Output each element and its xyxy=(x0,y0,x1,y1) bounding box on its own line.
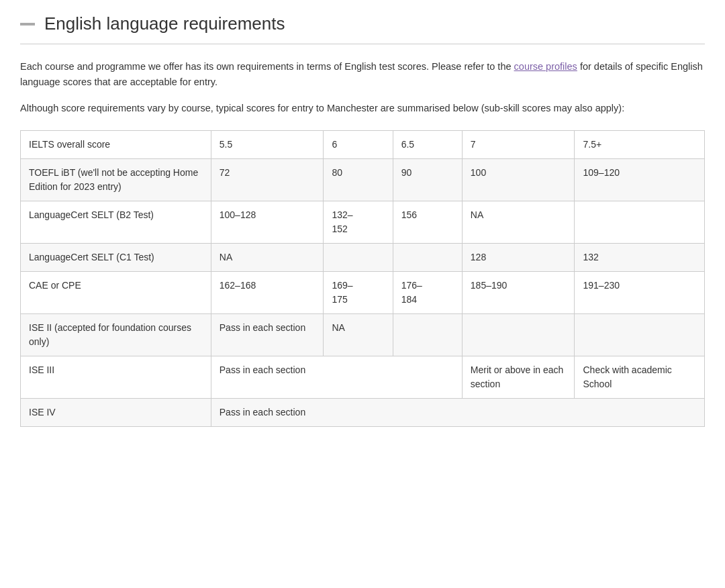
table-cell: NA xyxy=(462,201,575,243)
table-cell: 128 xyxy=(462,243,575,271)
table-cell: 185–190 xyxy=(462,271,575,313)
table-row: LanguageCert SELT (B2 Test) 100–128 132–… xyxy=(21,201,705,243)
page-header: English language requirements xyxy=(20,13,705,44)
table-cell: 90 xyxy=(393,158,462,201)
table-cell-label: ISE IV xyxy=(21,398,211,426)
table-cell: Pass in each section xyxy=(211,313,324,356)
intro-paragraph-2: Although score requirements vary by cour… xyxy=(20,101,705,116)
table-cell: 176–184 xyxy=(393,271,462,313)
table-cell: Pass in each section xyxy=(211,398,704,426)
table-cell xyxy=(462,313,575,356)
table-row: ISE IV Pass in each section xyxy=(21,398,705,426)
table-cell: 132 xyxy=(575,243,705,271)
table-cell: NA xyxy=(211,243,324,271)
table-cell: 7 xyxy=(462,130,575,158)
table-cell-label: ISE II (accepted for foundation courses … xyxy=(21,313,211,356)
table-cell: 7.5+ xyxy=(575,130,705,158)
table-cell: 109–120 xyxy=(575,158,705,201)
table-cell xyxy=(393,243,462,271)
dash-icon xyxy=(20,23,35,26)
table-cell xyxy=(575,313,705,356)
table-row: ISE II (accepted for foundation courses … xyxy=(21,313,705,356)
table-cell xyxy=(575,201,705,243)
table-cell: 72 xyxy=(211,158,324,201)
course-profiles-link[interactable]: course profiles xyxy=(514,61,577,72)
table-row: CAE or CPE 162–168 169–175 176–184 185–1… xyxy=(21,271,705,313)
intro-text-part1: Each course and programme we offer has i… xyxy=(20,61,514,72)
table-cell: 100 xyxy=(462,158,575,201)
table-cell xyxy=(393,313,462,356)
table-cell: 6 xyxy=(324,130,393,158)
table-cell xyxy=(324,243,393,271)
table-row: TOEFL iBT (we'll not be accepting Home E… xyxy=(21,158,705,201)
table-cell: 80 xyxy=(324,158,393,201)
requirements-table: IELTS overall score 5.5 6 6.5 7 7.5+ TOE… xyxy=(20,130,705,427)
table-cell: 6.5 xyxy=(393,130,462,158)
table-cell: NA xyxy=(324,313,393,356)
table-cell: 156 xyxy=(393,201,462,243)
table-cell: 100–128 xyxy=(211,201,324,243)
table-row: IELTS overall score 5.5 6 6.5 7 7.5+ xyxy=(21,130,705,158)
table-cell: 191–230 xyxy=(575,271,705,313)
table-row: ISE III Pass in each section Merit or ab… xyxy=(21,356,705,398)
intro-paragraph-1: Each course and programme we offer has i… xyxy=(20,59,705,90)
table-cell-label: LanguageCert SELT (B2 Test) xyxy=(21,201,211,243)
table-cell: Merit or above in each section xyxy=(462,356,575,398)
table-cell-label: ISE III xyxy=(21,356,211,398)
page-title: English language requirements xyxy=(44,13,285,34)
table-cell: 5.5 xyxy=(211,130,324,158)
table-row: LanguageCert SELT (C1 Test) NA 128 132 xyxy=(21,243,705,271)
table-cell-label: IELTS overall score xyxy=(21,130,211,158)
table-cell: Pass in each section xyxy=(211,356,462,398)
table-cell: 132–152 xyxy=(324,201,393,243)
table-cell: 162–168 xyxy=(211,271,324,313)
table-cell: 169–175 xyxy=(324,271,393,313)
table-cell-label: CAE or CPE xyxy=(21,271,211,313)
table-cell-label: TOEFL iBT (we'll not be accepting Home E… xyxy=(21,158,211,201)
table-cell-label: LanguageCert SELT (C1 Test) xyxy=(21,243,211,271)
table-cell: Check with academic School xyxy=(575,356,705,398)
